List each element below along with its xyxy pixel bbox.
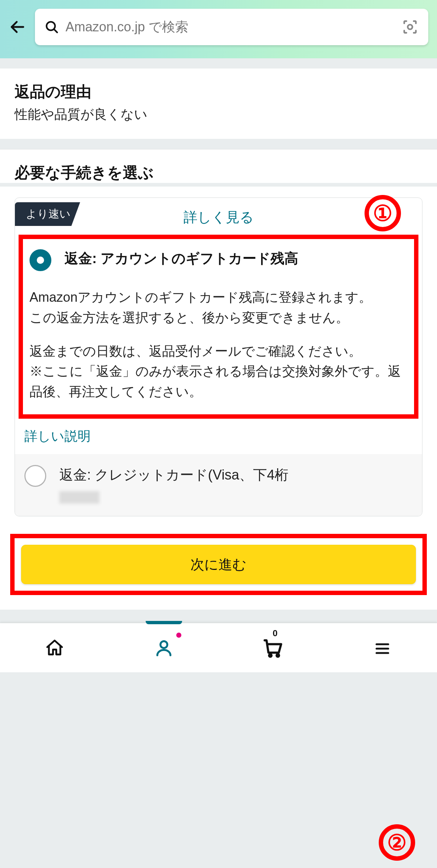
cart-icon — [262, 637, 284, 659]
refund-option-giftcard-desc1: Amazonアカウントのギフトカード残高に登録されます。 この返金方法を選択する… — [29, 287, 408, 328]
radio-selected-icon — [29, 249, 51, 271]
learn-more-link[interactable]: 詳しく見る — [184, 208, 254, 227]
search-input[interactable] — [66, 19, 392, 35]
svg-point-4 — [161, 641, 168, 648]
refund-card-area: ① より速い 詳しく見る 返金: アカウントのギフトカード残高 Amazonアカ… — [0, 187, 437, 516]
refund-option-giftcard-title: 返金: アカウントのギフトカード残高 — [64, 249, 298, 268]
back-arrow-icon — [9, 18, 26, 36]
header-bar — [0, 0, 437, 58]
nav-account[interactable] — [109, 623, 219, 672]
radio-unselected-icon — [24, 465, 46, 487]
primary-action-area: 次に進む — [0, 516, 437, 610]
camera-scan-button[interactable] — [392, 18, 428, 36]
proceed-button[interactable]: 次に進む — [21, 545, 416, 584]
refund-options-card: ① より速い 詳しく見る 返金: アカウントのギフトカード残高 Amazonアカ… — [15, 198, 422, 516]
nav-home[interactable] — [0, 623, 109, 672]
notification-dot-icon — [176, 633, 181, 638]
annotation-callout-2: ② — [379, 824, 415, 861]
nav-menu[interactable] — [328, 623, 437, 672]
cart-count-badge: 0 — [273, 628, 277, 638]
more-info-link[interactable]: 詳しい説明 — [15, 419, 422, 454]
faster-ribbon: より速い — [15, 202, 80, 226]
refund-option-creditcard[interactable]: 返金: クレジットカード(Visa、下4桁 — [15, 454, 422, 516]
svg-point-6 — [277, 654, 279, 657]
camera-scan-icon — [401, 18, 419, 36]
back-button[interactable] — [9, 18, 26, 36]
svg-point-3 — [408, 25, 413, 30]
refund-option-giftcard[interactable]: 返金: アカウントのギフトカード残高 — [29, 249, 408, 271]
return-reason-value: 性能や品質が良くない — [15, 106, 422, 124]
bottom-nav: 0 — [0, 623, 437, 672]
home-icon — [45, 638, 64, 658]
annotation-highlight-2: 次に進む — [10, 534, 427, 595]
procedure-title: 必要な手続きを選ぶ — [15, 163, 422, 183]
nav-active-indicator — [146, 621, 182, 624]
search-icon — [35, 20, 66, 34]
procedure-section: 必要な手続きを選ぶ — [0, 149, 437, 183]
refund-option-giftcard-desc2: 返金までの日数は、返品受付メールでご確認ください。 ※ここに「返金」のみが表示さ… — [29, 341, 408, 402]
return-reason-section: 返品の理由 性能や品質が良くない — [0, 69, 437, 139]
annotation-highlight-1: 返金: アカウントのギフトカード残高 Amazonアカウントのギフトカード残高に… — [19, 235, 418, 419]
menu-icon — [374, 639, 391, 657]
annotation-callout-1: ① — [365, 195, 401, 231]
svg-point-5 — [269, 654, 272, 657]
masked-card-digits — [59, 491, 99, 504]
search-box[interactable] — [35, 9, 428, 45]
svg-line-2 — [54, 29, 57, 32]
account-icon — [154, 638, 174, 658]
return-reason-title: 返品の理由 — [15, 82, 422, 102]
nav-cart[interactable]: 0 — [219, 623, 328, 672]
refund-option-creditcard-title: 返金: クレジットカード(Visa、下4桁 — [59, 465, 288, 505]
